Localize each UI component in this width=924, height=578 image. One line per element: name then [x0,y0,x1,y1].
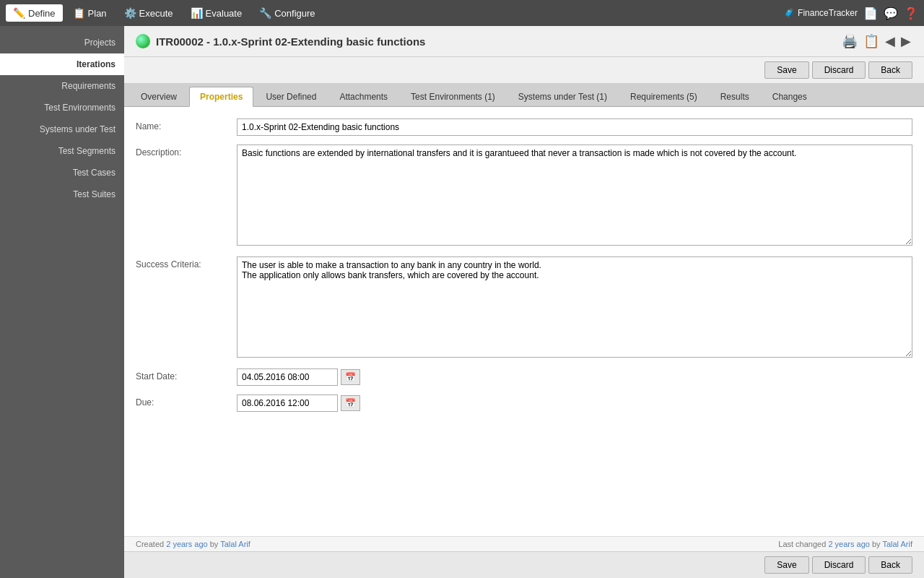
print-icon[interactable]: 🖨️ [840,32,859,51]
due-date-calendar-button[interactable]: 📅 [341,395,360,411]
tab-results[interactable]: Results [710,87,760,106]
nav-evaluate[interactable]: 📊 Evaluate [183,4,250,22]
due-date-row-inner: 📅 [237,394,912,412]
description-control: Basic functions are extended by internat… [237,144,912,248]
sidebar-item-test-suites[interactable]: Test Suites [0,184,124,205]
sidebar-item-test-segments[interactable]: Test Segments [0,140,124,162]
configure-icon: 🔧 [259,7,271,19]
app-name-label: 🧳 FinanceTracker [784,8,858,18]
evaluate-icon: 📊 [191,7,203,19]
tab-systems-under-test[interactable]: Systems under Test (1) [507,87,618,106]
tab-properties[interactable]: Properties [189,87,253,107]
header-actions: 🖨️ 📋 ◀ ▶ [840,32,912,51]
tab-attachments[interactable]: Attachments [328,87,398,106]
sidebar-item-test-cases[interactable]: Test Cases [0,162,124,184]
tab-user-defined[interactable]: User Defined [255,87,327,106]
tab-requirements[interactable]: Requirements (5) [619,87,708,106]
name-row: Name: [136,118,912,136]
due-row: Due: 📅 [136,394,912,412]
created-info: Created 2 years ago by Talal Arif [136,540,250,548]
sidebar: Projects Iterations Requirements Test En… [0,26,124,578]
last-changed-user-link[interactable]: Talal Arif [882,540,912,548]
sidebar-item-iterations[interactable]: Iterations [0,53,124,75]
description-row: Description: Basic functions are extende… [136,144,912,248]
top-action-row: Save Discard Back [124,57,924,84]
due-label: Due: [136,394,237,407]
top-save-button[interactable]: Save [764,61,808,79]
last-changed-age-link[interactable]: 2 years ago [828,540,869,548]
due-date-input[interactable] [237,394,338,412]
description-textarea[interactable]: Basic functions are extended by internat… [237,144,912,246]
name-control [237,118,912,136]
content-area: ITR00002 - 1.0.x-Sprint 02-Extending bas… [124,26,924,578]
start-date-control: 📅 [237,368,912,386]
nav-define[interactable]: ✏️ Define [6,4,63,22]
topnav-icon1[interactable]: 📄 [863,7,878,20]
name-label: Name: [136,118,237,131]
tab-overview[interactable]: Overview [130,87,188,106]
top-nav-right: 🧳 FinanceTracker 📄 💬 ❓ [784,7,918,20]
nav-configure[interactable]: 🔧 Configure [252,4,322,22]
sidebar-item-test-environments[interactable]: Test Environments [0,97,124,118]
bottom-back-button[interactable]: Back [868,556,912,574]
define-icon: ✏️ [13,7,25,19]
name-input[interactable] [237,118,912,136]
nav-plan[interactable]: 📋 Plan [66,4,114,22]
top-discard-button[interactable]: Discard [812,61,866,79]
start-date-label: Start Date: [136,368,237,381]
main-layout: Projects Iterations Requirements Test En… [0,26,924,578]
topnav-help[interactable]: ❓ [904,7,918,20]
briefcase-icon: 🧳 [784,8,795,18]
footer-info: Created 2 years ago by Talal Arif Last c… [124,536,924,551]
bottom-discard-button[interactable]: Discard [812,556,866,574]
page-title: ITR00002 - 1.0.x-Sprint 02-Extending bas… [156,35,425,48]
success-criteria-label: Success Criteria: [136,256,237,269]
success-criteria-textarea[interactable]: The user is able to make a transaction t… [237,256,912,358]
bottom-save-button[interactable]: Save [764,556,808,574]
sidebar-item-projects[interactable]: Projects [0,32,124,53]
description-label: Description: [136,144,237,158]
bottom-action-row: Save Discard Back [124,551,924,578]
start-date-row: Start Date: 📅 [136,368,912,386]
tabs-bar: Overview Properties User Defined Attachm… [124,84,924,107]
next-icon[interactable]: ▶ [899,32,912,51]
content-title: ITR00002 - 1.0.x-Sprint 02-Extending bas… [136,34,425,48]
sidebar-item-systems-under-test[interactable]: Systems under Test [0,118,124,140]
start-date-input[interactable] [237,368,338,386]
top-back-button[interactable]: Back [868,61,912,79]
due-control: 📅 [237,394,912,412]
prev-icon[interactable]: ◀ [884,32,897,51]
plan-icon: 📋 [73,7,85,19]
success-criteria-control: The user is able to make a transaction t… [237,256,912,360]
content-header: ITR00002 - 1.0.x-Sprint 02-Extending bas… [124,26,924,57]
nav-execute[interactable]: ⚙️ Execute [117,4,180,22]
topnav-icon2[interactable]: 💬 [884,7,898,20]
tab-changes[interactable]: Changes [762,87,818,106]
sidebar-item-requirements[interactable]: Requirements [0,75,124,97]
success-criteria-row: Success Criteria: The user is able to ma… [136,256,912,360]
created-user-link[interactable]: Talal Arif [220,540,250,548]
start-date-row-inner: 📅 [237,368,912,386]
last-changed-info: Last changed 2 years ago by Talal Arif [778,540,912,548]
execute-icon: ⚙️ [124,7,136,19]
status-circle-icon [136,34,150,48]
tab-test-environments[interactable]: Test Environments (1) [400,87,506,106]
export-icon[interactable]: 📋 [862,32,881,51]
top-nav: ✏️ Define 📋 Plan ⚙️ Execute 📊 Evaluate 🔧… [0,0,924,26]
start-date-calendar-button[interactable]: 📅 [341,369,360,385]
form-area: Name: Description: Basic functions are e… [124,107,924,536]
created-age-link[interactable]: 2 years ago [166,540,207,548]
